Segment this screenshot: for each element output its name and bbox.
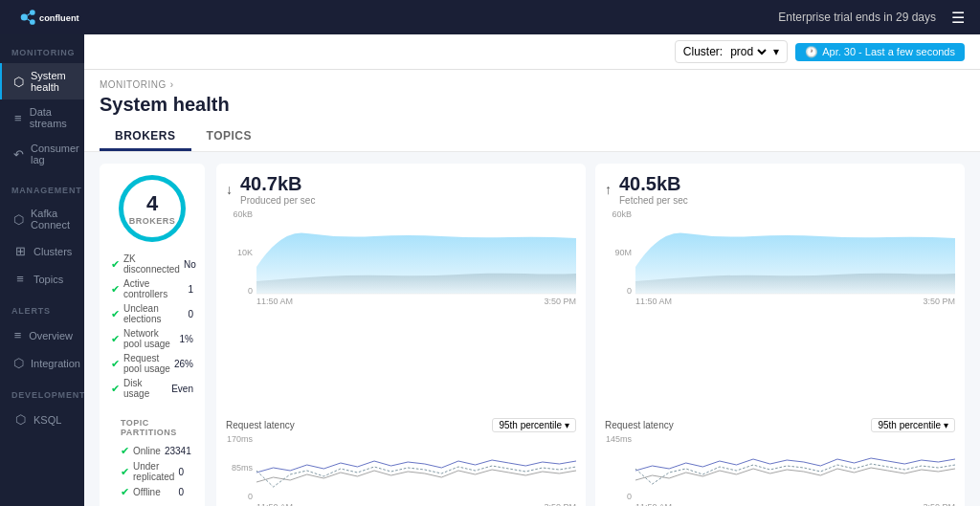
fetched-stat-value: 40.5kB	[619, 173, 688, 195]
broker-stats: ✔ ZK disconnected No ✔ Active controller…	[111, 252, 193, 401]
throughput-x-labels: 11:50 AM 3:50 PM	[256, 297, 576, 306]
svg-text:confluent: confluent	[39, 13, 79, 23]
produced-stat-header: ↓ 40.7kB Produced per sec	[226, 173, 576, 206]
sidebar-item-label: Clusters	[33, 246, 72, 257]
svg-point-0	[21, 13, 28, 20]
integration-icon: ⬡	[13, 356, 24, 370]
tab-bar: BROKERS TOPICS	[100, 123, 965, 151]
system-health-icon: ⬡	[13, 75, 24, 89]
sidebar-item-system-health[interactable]: ⬡ System health	[0, 63, 84, 99]
dropdown-chevron-icon: ▾	[565, 420, 569, 430]
fetched-throughput-x-labels: 11:50 AM 3:50 PM	[635, 297, 955, 306]
tab-topics[interactable]: TOPICS	[191, 123, 267, 151]
logo: confluent	[15, 8, 101, 27]
fetched-chart-panel: ↑ 40.5kB Fetched per sec	[595, 164, 965, 506]
produced-stat-label: Produced per sec	[240, 195, 315, 206]
cluster-label: Cluster:	[683, 45, 723, 58]
sidebar-item-label: Consumer lag	[31, 143, 79, 165]
latency-x-labels: 11:50 AM 3:50 PM	[256, 502, 576, 506]
produced-stat-value: 40.7kB	[240, 173, 315, 195]
cluster-dropdown[interactable]: prod	[726, 44, 769, 59]
produced-percentile-dropdown[interactable]: 95th percentile ▾	[492, 418, 576, 432]
ksql-icon: ⬡	[13, 412, 27, 427]
management-section-label: Management	[0, 172, 84, 201]
topic-partitions-panel: TOPIC PARTITIONS ✔ Online 23341 ✔ Under …	[111, 408, 193, 506]
produced-latency-section: Request latency 95th percentile ▾ 170ms …	[226, 418, 576, 506]
cluster-chevron-icon: ▾	[773, 45, 779, 58]
sidebar-item-label: Overview	[29, 330, 73, 341]
fetched-stat-label: Fetched per sec	[619, 195, 688, 206]
sidebar-item-label: Topics	[33, 274, 63, 285]
sidebar-item-data-streams[interactable]: ≡ Data streams	[0, 99, 84, 136]
check-icon: ✔	[121, 466, 129, 478]
consumer-lag-icon: ↶	[13, 147, 24, 162]
sidebar-item-topics[interactable]: ≡ Topics	[0, 265, 84, 293]
breadcrumb: MONITORING ›	[100, 79, 965, 90]
svg-line-3	[28, 13, 31, 15]
sidebar-item-kafka-connect[interactable]: ⬡ Kafka Connect	[0, 201, 84, 237]
tp-title: TOPIC PARTITIONS	[121, 418, 184, 437]
sidebar-item-label: Integration	[31, 358, 80, 369]
fetched-stat-header: ↑ 40.5kB Fetched per sec	[605, 173, 955, 206]
top-right: Enterprise trial ends in 29 days ☰	[778, 9, 965, 27]
alerts-section-label: Alerts	[0, 293, 84, 321]
stat-under-replicated: ✔ Under replicated 0	[121, 459, 184, 484]
latency-svg	[256, 434, 576, 501]
main-scroll[interactable]: 4 BROKERS ✔ ZK disconnected No ✔ Active …	[84, 152, 980, 506]
monitoring-section-label: Monitoring	[0, 34, 84, 63]
broker-circle-panel: 4 BROKERS ✔ ZK disconnected No ✔ Active …	[100, 164, 205, 506]
fetched-percentile-dropdown[interactable]: 95th percentile ▾	[871, 418, 955, 432]
fetched-latency-section: Request latency 95th percentile ▾ 145ms …	[605, 418, 955, 506]
check-icon: ✔	[111, 283, 120, 296]
sidebar-item-clusters[interactable]: ⊞ Clusters	[0, 237, 84, 265]
produced-latency-chart: 170ms 85ms 0	[226, 434, 576, 501]
date-range-pill[interactable]: 🕐 Apr. 30 - Last a few seconds	[795, 43, 965, 61]
y-axis-labels: 60kB 90M 0	[605, 209, 632, 296]
stat-request-pool: ✔ Request pool usage 26%	[111, 351, 193, 376]
data-streams-icon: ≡	[13, 111, 23, 125]
trial-text: Enterprise trial ends in 29 days	[778, 11, 936, 24]
produced-throughput-chart: 60kB 10K 0	[226, 209, 576, 412]
fetched-latency-chart: 145ms 0	[605, 434, 955, 501]
sidebar-item-integration[interactable]: ⬡ Integration	[0, 349, 84, 377]
produced-latency-label-row: Request latency 95th percentile ▾	[226, 418, 576, 432]
sidebar-item-label: Kafka Connect	[31, 208, 73, 231]
throughput-svg	[256, 209, 576, 296]
fetched-latency-label: Request latency	[605, 420, 674, 430]
clusters-icon: ⊞	[13, 244, 27, 258]
stat-offline: ✔ Offline 0	[121, 484, 184, 500]
tab-brokers[interactable]: BROKERS	[100, 123, 191, 151]
cluster-selector[interactable]: Cluster: prod ▾	[675, 40, 788, 63]
topics-icon: ≡	[13, 272, 27, 286]
download-icon: ↓	[226, 182, 233, 197]
stat-active-controllers: ✔ Active controllers 1	[111, 276, 193, 301]
page-header: MONITORING › System health BROKERS TOPIC…	[84, 70, 980, 152]
top-bar: confluent Enterprise trial ends in 29 da…	[0, 0, 980, 34]
svg-line-4	[28, 19, 31, 21]
hamburger-icon[interactable]: ☰	[951, 9, 965, 27]
sidebar: Monitoring ⬡ System health ≡ Data stream…	[0, 34, 84, 506]
stat-network-pool: ✔ Network pool usage 1%	[111, 326, 193, 351]
fetched-latency-x-labels: 11:50 AM 3:50 PM	[635, 502, 955, 506]
dropdown-chevron-icon: ▾	[944, 420, 948, 430]
sidebar-item-ksql[interactable]: ⬡ KSQL	[0, 406, 84, 433]
stat-zk-disconnected: ✔ ZK disconnected No	[111, 252, 193, 276]
sidebar-item-overview[interactable]: ≡ Overview	[0, 321, 84, 349]
clock-icon: 🕐	[805, 46, 818, 58]
date-range-text: Apr. 30 - Last a few seconds	[822, 46, 955, 57]
stat-unclean-elections: ✔ Unclean elections 0	[111, 301, 193, 326]
sidebar-item-label: Data streams	[30, 106, 73, 129]
development-section-label: Development	[0, 377, 84, 406]
broker-count: 4	[146, 191, 158, 216]
main-content: Cluster: prod ▾ 🕐 Apr. 30 - Last a few s…	[84, 34, 980, 506]
check-icon: ✔	[111, 383, 120, 395]
sidebar-item-consumer-lag[interactable]: ↶ Consumer lag	[0, 136, 84, 172]
sidebar-item-label: System health	[31, 70, 73, 93]
upload-icon: ↑	[605, 182, 612, 197]
check-icon: ✔	[111, 333, 120, 345]
charts-area: ↓ 40.7kB Produced per sec	[216, 164, 965, 506]
broker-donut-chart: 4 BROKERS	[119, 175, 186, 242]
fetched-throughput-chart: 60kB 90M 0	[605, 209, 955, 412]
y-axis-labels: 60kB 10K 0	[226, 209, 253, 296]
kafka-connect-icon: ⬡	[13, 212, 24, 227]
